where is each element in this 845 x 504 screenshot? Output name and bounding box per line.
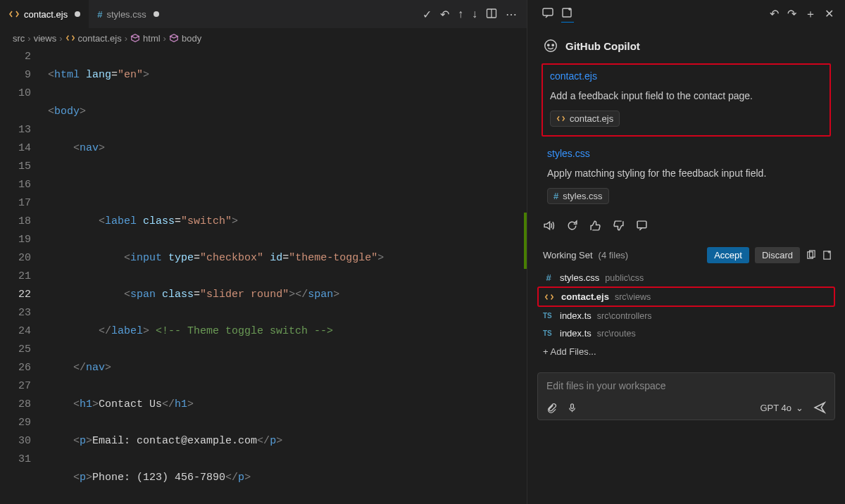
copilot-header: GitHub Copilot xyxy=(533,28,839,61)
file-row[interactable]: TS index.ts src\controllers xyxy=(537,307,835,325)
model-selector[interactable]: GPT 4o ⌄ xyxy=(760,403,803,413)
plus-icon[interactable]: ＋ xyxy=(805,7,816,22)
chevron-right-icon: › xyxy=(125,33,127,44)
svg-point-4 xyxy=(545,40,557,52)
code-icon xyxy=(8,8,20,20)
suggestion-highlight: contact.ejs Add a feedback input field t… xyxy=(542,63,831,137)
input-placeholder: Edit files in your workspace xyxy=(546,380,826,391)
overview-ruler[interactable] xyxy=(524,213,527,269)
breadcrumb-part[interactable]: views xyxy=(34,33,57,44)
mic-icon[interactable] xyxy=(567,403,577,413)
speaker-icon[interactable] xyxy=(543,220,555,232)
file-chip[interactable]: contact.ejs xyxy=(550,111,620,127)
code-icon xyxy=(65,33,75,43)
breadcrumb-part[interactable]: html xyxy=(143,33,161,44)
split-editor-icon[interactable] xyxy=(486,8,497,21)
ts-icon: TS xyxy=(543,312,554,320)
suggestion-link[interactable]: styles.css xyxy=(547,148,827,159)
copy-icon[interactable] xyxy=(806,250,816,260)
chevron-down-icon: ⌄ xyxy=(796,403,803,413)
undo-icon[interactable]: ↶ xyxy=(440,8,449,21)
working-set-label: Working Set xyxy=(543,250,593,260)
file-row[interactable]: # styles.css public\css xyxy=(537,269,835,286)
comment-icon[interactable] xyxy=(542,6,554,23)
svg-rect-11 xyxy=(571,403,574,408)
file-chip[interactable]: # styles.css xyxy=(547,188,609,204)
editor-pane: contact.ejs # styles.css ✓ ↶ ↑ ↓ ⋯ src ›… xyxy=(0,0,527,504)
retry-icon[interactable] xyxy=(566,220,578,232)
panel-toolbar: ↶ ↷ ＋ ✕ xyxy=(533,0,839,28)
breadcrumb-part[interactable]: body xyxy=(182,33,201,44)
copilot-panel: ↶ ↷ ＋ ✕ GitHub Copilot contact.ejs Add a… xyxy=(527,0,845,504)
suggestion-link[interactable]: contact.ejs xyxy=(550,70,822,82)
svg-rect-7 xyxy=(637,221,646,228)
tab-label: contact.ejs xyxy=(24,9,68,20)
down-icon[interactable]: ↓ xyxy=(472,8,477,21)
svg-point-6 xyxy=(552,44,553,46)
undo-icon[interactable]: ↶ xyxy=(770,7,779,22)
file-row-selected[interactable]: contact.ejs src\views xyxy=(537,286,835,307)
code-icon xyxy=(556,114,565,123)
breadcrumb-part[interactable]: contact.ejs xyxy=(78,33,122,44)
discard-button[interactable]: Discard xyxy=(755,247,800,263)
hash-icon: # xyxy=(543,272,554,283)
svg-rect-2 xyxy=(543,8,553,15)
code-editor[interactable]: 2910131415161718192021222324252627282930… xyxy=(0,48,527,504)
new-chat-icon[interactable] xyxy=(561,6,574,23)
suggestion-block: styles.css Apply matching styling for th… xyxy=(537,144,835,211)
up-icon[interactable]: ↑ xyxy=(458,8,463,21)
tab-styles-css[interactable]: # styles.css xyxy=(89,0,168,28)
dirty-indicator-icon xyxy=(154,11,159,17)
comment-icon[interactable] xyxy=(636,220,648,232)
code-icon xyxy=(544,292,556,302)
working-set-header: Working Set (4 files) Accept Discard xyxy=(533,240,839,269)
accept-icon[interactable]: ✓ xyxy=(423,8,432,21)
dirty-indicator-icon xyxy=(75,11,80,17)
chevron-right-icon: › xyxy=(163,33,166,44)
more-icon[interactable]: ⋯ xyxy=(506,8,517,21)
tab-actions: ✓ ↶ ↑ ↓ ⋯ xyxy=(423,8,527,21)
file-row[interactable]: TS index.ts src\routes xyxy=(537,325,835,342)
hash-icon: # xyxy=(553,191,558,201)
symbol-icon xyxy=(169,33,179,43)
copilot-icon xyxy=(543,38,558,53)
redo-icon[interactable]: ↷ xyxy=(787,7,796,22)
code-content[interactable]: <html lang="en"> <body> <nav> <label cla… xyxy=(44,48,527,504)
panel-title: GitHub Copilot xyxy=(565,40,640,52)
suggestion-description: Add a feedback input field to the contac… xyxy=(550,89,822,103)
attach-icon[interactable] xyxy=(546,403,557,413)
hash-icon: # xyxy=(97,9,102,20)
chevron-right-icon: › xyxy=(59,33,62,44)
tab-bar: contact.ejs # styles.css ✓ ↶ ↑ ↓ ⋯ xyxy=(0,0,527,28)
feedback-actions xyxy=(533,211,839,240)
working-set-count: (4 files) xyxy=(599,250,629,260)
breadcrumb[interactable]: src › views › contact.ejs › html › body xyxy=(0,28,527,48)
send-icon[interactable] xyxy=(813,401,826,414)
working-set-files: # styles.css public\css contact.ejs src\… xyxy=(533,269,839,365)
suggestion-description: Apply matching styling for the feedback … xyxy=(547,166,827,181)
ts-icon: TS xyxy=(543,329,554,337)
chat-input[interactable]: Edit files in your workspace GPT 4o ⌄ xyxy=(537,372,835,420)
tab-label: styles.css xyxy=(106,9,146,20)
accept-button[interactable]: Accept xyxy=(707,247,749,263)
new-file-icon[interactable] xyxy=(822,250,832,260)
close-icon[interactable]: ✕ xyxy=(825,7,834,22)
breadcrumb-part[interactable]: src xyxy=(13,33,25,44)
add-files-button[interactable]: + Add Files... xyxy=(537,342,835,361)
tab-contact-ejs[interactable]: contact.ejs xyxy=(0,0,89,28)
copilot-suggestions: contact.ejs Add a feedback input field t… xyxy=(533,61,839,211)
thumbs-down-icon[interactable] xyxy=(613,220,625,232)
thumbs-up-icon[interactable] xyxy=(589,220,601,232)
symbol-icon xyxy=(130,33,140,43)
line-gutter: 2910131415161718192021222324252627282930… xyxy=(0,48,44,504)
chevron-right-icon: › xyxy=(27,33,30,44)
svg-point-5 xyxy=(548,44,549,46)
